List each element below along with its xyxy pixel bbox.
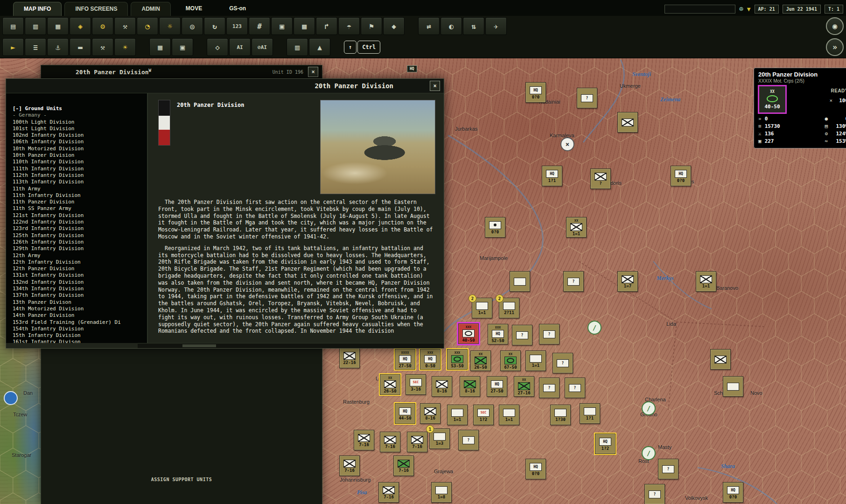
hq-chip[interactable]: HQ: [407, 65, 417, 72]
industry-button[interactable]: ▩: [294, 17, 315, 35]
ai-off-button[interactable]: ⊘AI: [252, 38, 273, 56]
unit-counter[interactable]: ?: [563, 271, 584, 292]
unit-counter[interactable]: XXXHQ0-50: [420, 349, 440, 370]
list-item[interactable]: 15th Infantry Division: [13, 332, 143, 339]
preferences-button[interactable]: ⚙: [92, 17, 113, 35]
sea-move-button[interactable]: ⚓: [47, 38, 69, 56]
unit-counter[interactable]: 11=3: [429, 428, 450, 449]
unit-counter[interactable]: XX26-50: [470, 350, 491, 371]
list-item[interactable]: 100th Light Division: [13, 119, 143, 126]
highlight-button[interactable]: ☼: [159, 17, 181, 35]
end-turn-button[interactable]: ⇅: [463, 17, 484, 35]
list-item[interactable]: 12th Panzer Division: [13, 266, 143, 272]
unit-counter[interactable]: ?: [539, 378, 559, 398]
unit-counter[interactable]: ?: [644, 484, 665, 504]
list-item[interactable]: 11th Infantry Division: [13, 192, 143, 199]
shift-key[interactable]: ↑: [344, 41, 357, 54]
unit-counter[interactable]: XXX53-50: [447, 349, 468, 370]
unit-counter[interactable]: [710, 349, 731, 370]
unit-counter[interactable]: [510, 271, 530, 292]
unit-counter[interactable]: 1=8: [431, 482, 452, 503]
list-item[interactable]: 122nd Infantry Division: [13, 219, 143, 225]
list-item[interactable]: 161st Infantry Divison: [13, 339, 143, 343]
list-item[interactable]: 125th Infantry Division: [13, 232, 143, 239]
bombard-button[interactable]: ☀: [114, 38, 136, 56]
reports-button[interactable]: ▦: [47, 17, 69, 35]
ctrl-key[interactable]: Ctrl: [357, 41, 380, 54]
list-item[interactable]: 10th Panzer Division: [13, 152, 143, 159]
slash-circle[interactable]: /: [642, 401, 656, 415]
list-item[interactable]: 121st Infantry Division: [13, 212, 143, 219]
unit-counter[interactable]: HQ0?0: [723, 482, 743, 503]
slash-circle[interactable]: /: [587, 321, 601, 335]
rail-network-button[interactable]: #: [249, 17, 270, 35]
unit-counter[interactable]: 22?11: [499, 298, 519, 318]
unit-counter[interactable]: 8-16: [460, 376, 480, 397]
unit-counter[interactable]: 8-16: [420, 403, 440, 424]
unit-counter[interactable]: 7-16: [407, 432, 427, 452]
unit-counter[interactable]: ?: [577, 88, 597, 108]
unit-counter[interactable]: ?: [512, 325, 532, 345]
air-doctrine-button[interactable]: ✈: [485, 17, 507, 35]
assign-support-units-button[interactable]: ASSIGN SUPPORT UNITS: [41, 477, 322, 482]
swap-units-button[interactable]: ⇄: [418, 17, 440, 35]
freight-button[interactable]: ▣: [172, 38, 193, 56]
list-item[interactable]: 12th Infantry Division: [13, 259, 143, 266]
unit-counter[interactable]: 1=1: [696, 271, 716, 292]
unit-counter[interactable]: 7-16: [378, 482, 399, 503]
list-item[interactable]: 111th Infantry Division: [13, 166, 143, 172]
supply-trace-button[interactable]: ◇: [207, 38, 228, 56]
list-item[interactable]: 129th Infantry Division: [13, 245, 143, 252]
unit-counter[interactable]: HQ0?0: [525, 459, 546, 479]
amphib-button[interactable]: ▬: [70, 38, 91, 56]
unit-counter[interactable]: 1=7: [617, 271, 638, 292]
list-item[interactable]: 101st Light Division: [13, 126, 143, 132]
depot-button[interactable]: ▣: [271, 17, 293, 35]
depot-grid-button[interactable]: ▦: [149, 38, 171, 56]
blue-circle[interactable]: [4, 391, 18, 405]
unit-counter[interactable]: HQ44-50: [395, 403, 415, 424]
unit-counter[interactable]: XX26-50: [380, 374, 400, 395]
map-modes-button[interactable]: ▥: [25, 17, 46, 35]
unit-counter[interactable]: 7-16: [393, 455, 414, 476]
unit-counter[interactable]: XX27-16: [514, 376, 534, 397]
unit-counter[interactable]: XXX40-50: [458, 323, 479, 344]
next-unit-button[interactable]: ►: [2, 38, 24, 56]
unit-counter[interactable]: 8-16: [432, 376, 452, 397]
unit-counter[interactable]: ?: [590, 168, 611, 189]
list-item[interactable]: 137th Infantry Division: [13, 292, 143, 299]
unit-counter[interactable]: 1=1: [499, 405, 519, 425]
victory-button[interactable]: ⚑: [361, 17, 382, 35]
hex-detail-button[interactable]: ◈: [70, 17, 91, 35]
unit-counter[interactable]: ?: [552, 353, 573, 373]
tab-map-info[interactable]: MAP INFO: [13, 2, 62, 16]
list-item[interactable]: 112th Infantry Division: [13, 172, 143, 179]
list-item[interactable]: 134th Infantry Division: [13, 286, 143, 292]
unit-counter[interactable]: ?: [458, 430, 479, 450]
unit-counter[interactable]: 7-16: [354, 430, 374, 450]
transfer-button[interactable]: ↱: [316, 17, 337, 35]
list-item[interactable]: 14th Panzer Division: [13, 312, 143, 319]
unit-counter[interactable]: XX1=1: [566, 217, 587, 238]
unit-counter[interactable]: 22-16: [339, 348, 360, 368]
list-item[interactable]: 123rd Infantry Division: [13, 225, 143, 232]
horizontal-scrollbar[interactable]: [138, 343, 444, 348]
list-item[interactable]: 12th Army: [13, 252, 143, 259]
scrollbar-thumb[interactable]: [182, 344, 216, 347]
unit-counter[interactable]: ?: [539, 324, 559, 344]
unit-counter[interactable]: HQ0?0: [671, 166, 691, 186]
unit-counter[interactable]: HQ1?1: [542, 166, 562, 186]
unit-counter[interactable]: 1=1: [447, 405, 468, 425]
jump-to-button[interactable]: 123: [226, 17, 248, 35]
unit-counter[interactable]: 7-16: [339, 455, 360, 476]
list-group-header[interactable]: [-] Ground Units: [13, 105, 143, 112]
fuel-button[interactable]: ◐: [440, 17, 462, 35]
list-item[interactable]: 11th Army: [13, 186, 143, 192]
filter-icon[interactable]: ▼: [747, 6, 751, 12]
factory-move-button[interactable]: ▥: [287, 38, 308, 56]
signal-button[interactable]: ◎: [182, 17, 203, 35]
unit-counter[interactable]: HQ1?2: [595, 434, 615, 454]
slash-circle[interactable]: /: [642, 446, 656, 460]
x-circle[interactable]: ×: [560, 137, 574, 151]
unit-counter[interactable]: XX67-50: [500, 350, 521, 371]
